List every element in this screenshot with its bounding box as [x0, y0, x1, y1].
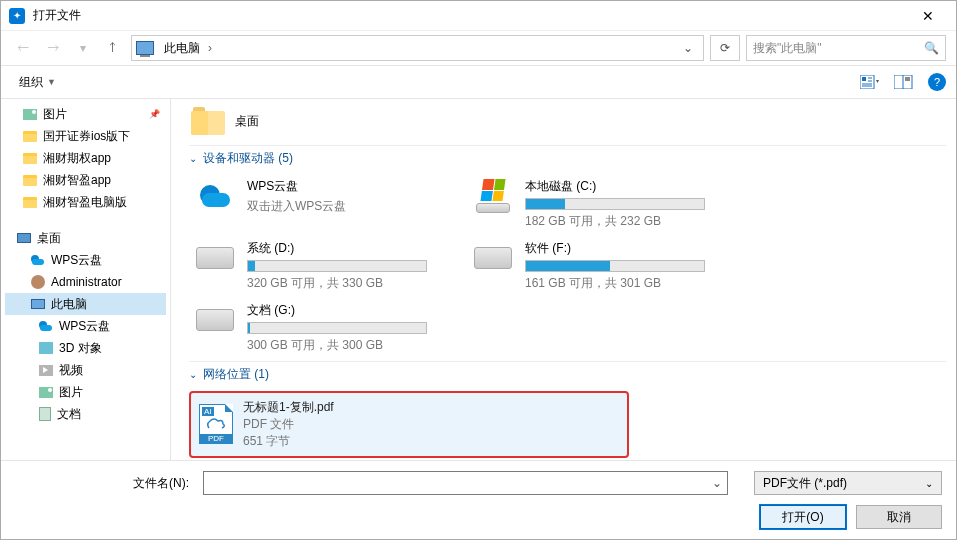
sidebar-item-vid-11[interactable]: 视频 — [5, 359, 166, 381]
chevron-down-icon: ⌄ — [189, 369, 197, 380]
desk-icon — [17, 233, 31, 243]
sidebar-item-pic-0[interactable]: 图片📌 — [5, 103, 166, 125]
breadcrumb-item[interactable]: 此电脑 — [160, 40, 204, 57]
hdd-icon — [471, 240, 515, 276]
drive-name: WPS云盘 — [247, 178, 346, 195]
sidebar-item-folder-2[interactable]: 湘财期权app — [5, 147, 166, 169]
folder-icon — [191, 107, 225, 135]
folder-label: 桌面 — [235, 113, 259, 130]
pic-icon — [39, 387, 53, 398]
section-devices[interactable]: ⌄ 设备和驱动器 (5) — [189, 150, 946, 167]
sidebar-item-folder-4[interactable]: 湘财智盈电脑版 — [5, 191, 166, 213]
breadcrumb-caret-icon[interactable]: › — [204, 41, 216, 55]
drive-sub: 161 GB 可用，共 301 GB — [525, 275, 705, 292]
pc-icon — [136, 41, 154, 55]
chevron-down-icon: ⌄ — [189, 153, 197, 164]
open-button[interactable]: 打开(O) — [760, 505, 846, 529]
drive-name: 本地磁盘 (C:) — [525, 178, 705, 195]
pin-icon: 📌 — [149, 109, 160, 119]
cloud-drive-icon — [193, 178, 237, 214]
filetype-select[interactable]: PDF文件 (*.pdf) ⌄ — [754, 471, 942, 495]
sidebar-item-user-7[interactable]: Administrator — [5, 271, 166, 293]
folder-icon — [23, 153, 37, 164]
close-button[interactable]: ✕ — [908, 8, 948, 24]
view-options-button[interactable] — [860, 73, 880, 91]
drive-item-1[interactable]: 本地磁盘 (C:)182 GB 可用，共 232 GB — [467, 175, 727, 233]
drive-sub: 320 GB 可用，共 330 GB — [247, 275, 427, 292]
help-button[interactable]: ? — [928, 73, 946, 91]
vid-icon — [39, 365, 53, 376]
drive-sub: 300 GB 可用，共 300 GB — [247, 337, 427, 354]
3d-icon — [39, 342, 53, 354]
drive-item-3[interactable]: 软件 (F:)161 GB 可用，共 301 GB — [467, 237, 727, 295]
sidebar-item-cloud-9[interactable]: WPS云盘 — [5, 315, 166, 337]
sidebar-item-label: 湘财期权app — [43, 150, 111, 167]
sidebar-item-label: 此电脑 — [51, 296, 87, 313]
sidebar-item-desk-5[interactable]: 桌面 — [5, 227, 166, 249]
sidebar-item-folder-1[interactable]: 国开证券ios版下 — [5, 125, 166, 147]
os-drive-icon — [471, 178, 515, 214]
open-button-label: 打开(O) — [782, 509, 823, 526]
drive-name: 软件 (F:) — [525, 240, 705, 257]
window-title: 打开文件 — [33, 7, 81, 24]
sidebar-item-3d-10[interactable]: 3D 对象 — [5, 337, 166, 359]
footer: 文件名(N): ⌄ PDF文件 (*.pdf) ⌄ 打开(O) 取消 — [1, 460, 956, 539]
pic-icon — [23, 109, 37, 120]
chevron-down-icon: ⌄ — [925, 478, 933, 489]
drive-item-0[interactable]: WPS云盘双击进入WPS云盘 — [189, 175, 449, 233]
sidebar-item-doc-13[interactable]: 文档 — [5, 403, 166, 425]
cancel-button-label: 取消 — [887, 509, 911, 526]
recent-dropdown[interactable]: ▾ — [71, 36, 95, 60]
hdd-icon — [193, 302, 237, 338]
sidebar-item-label: 湘财智盈app — [43, 172, 111, 189]
cloud-icon — [39, 321, 53, 331]
drive-usage-bar — [247, 322, 427, 334]
open-file-dialog: ✦ 打开文件 ✕ 🡐 🡒 ▾ 🡑 此电脑 › ⌄ ⟳ 搜索"此电脑" 🔍 组织 … — [0, 0, 957, 540]
organize-label: 组织 — [19, 74, 43, 91]
drive-item-4[interactable]: 文档 (G:)300 GB 可用，共 300 GB — [189, 299, 449, 357]
sidebar-item-label: 国开证券ios版下 — [43, 128, 130, 145]
sidebar-item-label: 湘财智盈电脑版 — [43, 194, 127, 211]
folder-icon — [23, 175, 37, 186]
drive-usage-bar — [525, 260, 705, 272]
back-button[interactable]: 🡐 — [11, 36, 35, 60]
search-box[interactable]: 搜索"此电脑" 🔍 — [746, 35, 946, 61]
sidebar-item-pc-8[interactable]: 此电脑 — [5, 293, 166, 315]
cloud-icon — [31, 255, 45, 265]
network-file-item[interactable]: AI PDF 无标题1-复制.pdf PDF 文件 651 字节 — [189, 391, 629, 458]
sidebar-item-label: WPS云盘 — [51, 252, 102, 269]
sidebar-item-cloud-6[interactable]: WPS云盘 — [5, 249, 166, 271]
filename-label: 文件名(N): — [15, 475, 195, 492]
cancel-button[interactable]: 取消 — [856, 505, 942, 529]
address-bar[interactable]: 此电脑 › ⌄ — [131, 35, 704, 61]
folder-desktop[interactable]: 桌面 — [191, 107, 946, 135]
pc-icon — [31, 299, 45, 309]
refresh-button[interactable]: ⟳ — [710, 35, 740, 61]
search-icon: 🔍 — [924, 41, 939, 55]
sidebar-item-label: Administrator — [51, 275, 122, 289]
address-dropdown-icon[interactable]: ⌄ — [677, 41, 699, 55]
drive-usage-bar — [525, 198, 705, 210]
preview-pane-button[interactable] — [894, 73, 914, 91]
drive-name: 文档 (G:) — [247, 302, 427, 319]
organize-menu[interactable]: 组织 ▼ — [11, 70, 64, 95]
sidebar-item-folder-3[interactable]: 湘财智盈app — [5, 169, 166, 191]
up-button[interactable]: 🡑 — [101, 36, 125, 60]
section-devices-label: 设备和驱动器 (5) — [203, 150, 293, 167]
filename-input[interactable] — [203, 471, 728, 495]
svg-rect-8 — [905, 77, 910, 81]
svg-rect-1 — [862, 77, 866, 81]
section-network[interactable]: ⌄ 网络位置 (1) — [189, 366, 946, 383]
drive-item-2[interactable]: 系统 (D:)320 GB 可用，共 330 GB — [189, 237, 449, 295]
toolbar: 组织 ▼ ? — [1, 65, 956, 99]
folder-icon — [23, 131, 37, 142]
sidebar-item-label: 图片 — [59, 384, 83, 401]
hdd-icon — [193, 240, 237, 276]
forward-button[interactable]: 🡒 — [41, 36, 65, 60]
content-pane: 桌面 ⌄ 设备和驱动器 (5) WPS云盘双击进入WPS云盘本地磁盘 (C:)1… — [171, 99, 956, 460]
sidebar: 图片📌国开证券ios版下湘财期权app湘财智盈app湘财智盈电脑版桌面WPS云盘… — [1, 99, 171, 460]
sidebar-item-pic-12[interactable]: 图片 — [5, 381, 166, 403]
app-icon: ✦ — [9, 8, 25, 24]
pdf-file-icon: AI PDF — [199, 404, 233, 444]
sidebar-item-label: 桌面 — [37, 230, 61, 247]
